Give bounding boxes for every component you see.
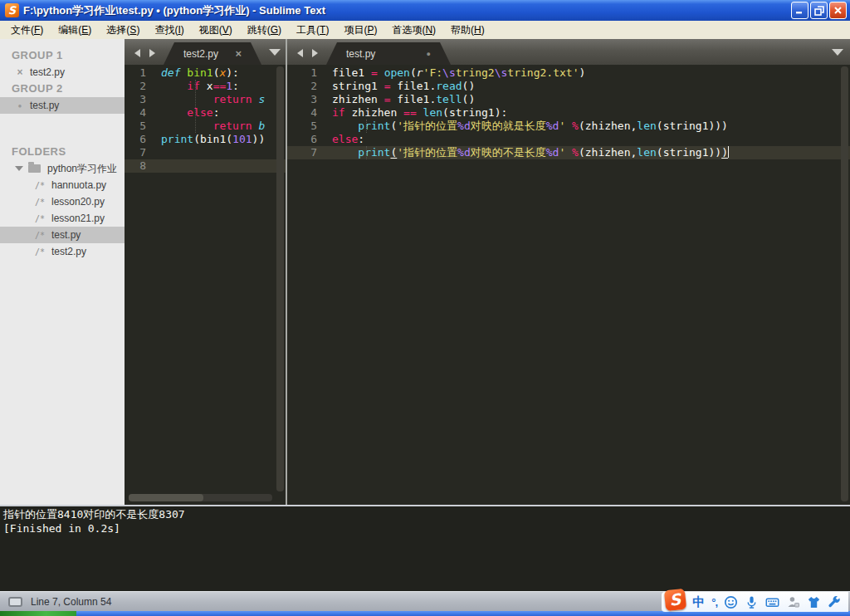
code-line[interactable]: 3zhizhen = file1.tell() [287, 93, 850, 106]
menu-item-n[interactable]: 首选项(N) [384, 21, 443, 40]
tab-list-dropdown-icon[interactable] [832, 49, 843, 56]
sidebar-item-lesson20py[interactable]: /*lesson20.py [0, 193, 125, 210]
tab-testpy[interactable]: test.py ● [326, 42, 451, 65]
sidebar-item-hannuotapy[interactable]: /*hannuota.py [0, 177, 125, 193]
menu-item-p[interactable]: 项目(P) [336, 21, 384, 40]
line-text [154, 159, 161, 173]
sidebar-item-test2py[interactable]: /*test2.py [0, 243, 125, 260]
sidebar-header-group1: GROUP 1 [0, 47, 125, 64]
minimize-button[interactable] [791, 2, 808, 19]
sidebar-item-label: lesson20.py [51, 196, 105, 208]
start-button-sliver[interactable] [0, 611, 76, 616]
vertical-scrollbar[interactable] [276, 66, 284, 491]
menu-item-g[interactable]: 跳转(G) [240, 21, 289, 40]
virtual-keyboard-icon[interactable] [765, 595, 779, 609]
sidebar-item-lesson21py[interactable]: /*lesson21.py [0, 210, 125, 227]
line-text: string1 = file1.read() [325, 80, 475, 93]
line-text: print(bin1(101)) [154, 133, 265, 146]
code-line[interactable]: 1file1 = open(r'F:\string2\string2.txt') [287, 66, 850, 80]
code-line[interactable]: 4 else: [125, 106, 286, 120]
window-title: F:\python学习作业\test.py • (python学习作业) - S… [23, 3, 791, 18]
tab-label: test.py [346, 48, 375, 60]
tab-label: test2.py [183, 48, 218, 60]
menu-item-f[interactable]: 文件(F) [3, 21, 51, 40]
code-line[interactable]: 6else: [287, 133, 850, 146]
menu-item-s[interactable]: 选择(S) [99, 21, 147, 40]
code-line[interactable]: 3 return s [125, 93, 286, 106]
sidebar-item-testpy[interactable]: /*test.py [0, 227, 125, 243]
sidebar-item-label: python学习作业 [47, 162, 117, 176]
line-number: 1 [125, 66, 154, 80]
user-account-icon[interactable] [786, 595, 800, 609]
code-line[interactable]: 7 [125, 146, 286, 159]
tab-prev-icon[interactable] [134, 49, 140, 57]
code-line[interactable]: 5 print('指针的位置%d对映的就是长度%d' %(zhizhen,len… [287, 120, 850, 133]
folder-icon [28, 164, 41, 173]
cursor-position-status[interactable]: Line 7, Column 54 [31, 596, 111, 608]
code-line[interactable]: 2 if x==1: [125, 80, 286, 93]
file-icon: /* [33, 214, 46, 223]
punctuation-mode-icon[interactable]: °, [711, 596, 717, 609]
code-line[interactable]: 6print(bin1(101)) [125, 133, 286, 146]
line-text: def bin1(x): [154, 66, 239, 80]
menu-item-t[interactable]: 工具(T) [289, 21, 336, 40]
sidebar-item-testpy[interactable]: ●test.py [0, 97, 125, 114]
code-line[interactable]: 2string1 = file1.read() [287, 80, 850, 93]
build-output-panel: 指针的位置8410对印的不是长度8307[Finished in 0.2s] [0, 505, 850, 591]
vertical-scrollbar[interactable] [841, 66, 848, 501]
indent-guide [366, 146, 367, 159]
console-output-line: 指针的位置8410对印的不是长度8307 [3, 507, 847, 521]
line-text: return b [154, 120, 265, 133]
menu-item-i[interactable]: 查找(I) [147, 21, 191, 40]
tab-next-icon[interactable] [149, 49, 155, 57]
code-line[interactable]: 1def bin1(x): [125, 66, 286, 80]
code-editor-right[interactable]: 1file1 = open(r'F:\string2\string2.txt')… [287, 65, 850, 505]
sidebar-item-label: test2.py [51, 246, 86, 257]
line-text: if x==1: [154, 80, 239, 93]
titlebar[interactable]: S F:\python学习作业\test.py • (python学习作业) -… [0, 0, 850, 21]
tab-next-icon[interactable] [312, 49, 318, 57]
code-line[interactable]: 4if zhizhen == len(string1): [287, 106, 850, 120]
code-line[interactable]: 5 return b [125, 120, 286, 133]
line-text: print('指针的位置%d对映的不是长度%d' %(zhizhen,len(s… [325, 146, 729, 159]
line-text: else: [325, 133, 364, 146]
tab-close-icon[interactable]: × [235, 47, 242, 60]
chevron-down-icon[interactable] [15, 166, 23, 171]
menu-item-h[interactable]: 帮助(H) [443, 21, 492, 40]
tab-prev-icon[interactable] [297, 49, 303, 57]
sidebar-item-label: test.py [51, 229, 81, 241]
code-line[interactable]: 7 print('指针的位置%d对映的不是长度%d' %(zhizhen,len… [287, 146, 850, 159]
code-line[interactable]: 8 [125, 159, 286, 173]
skin-center-icon[interactable] [807, 595, 821, 609]
line-number: 7 [125, 146, 154, 159]
file-icon: /* [33, 231, 46, 240]
editor-pane-left: test2.py × 1def bin1(x):2 if x==1:3 retu… [125, 39, 286, 505]
voice-input-icon[interactable] [745, 595, 759, 609]
emoji-picker-icon[interactable] [724, 595, 738, 609]
chinese-mode-indicator-icon[interactable]: 中 [692, 594, 705, 610]
restore-button[interactable] [810, 2, 828, 19]
sidebar-item-label: test.py [30, 100, 59, 111]
sublime-logo-icon: S [5, 3, 19, 17]
tab-test2py[interactable]: test2.py × [164, 42, 261, 65]
line-number: 2 [287, 80, 325, 93]
close-button[interactable] [829, 2, 847, 19]
tab-list-dropdown-icon[interactable] [269, 49, 281, 56]
settings-wrench-icon[interactable] [828, 595, 842, 609]
line-number: 8 [125, 159, 154, 173]
menu-item-v[interactable]: 视图(V) [192, 21, 240, 40]
code-editor-left[interactable]: 1def bin1(x):2 if x==1:3 return s4 else:… [125, 65, 286, 505]
horizontal-scrollbar[interactable] [129, 494, 272, 501]
sidebar-item-python学习作业[interactable]: python学习作业 [0, 160, 125, 177]
line-number: 3 [125, 93, 154, 106]
sogou-logo-icon[interactable]: S [664, 589, 686, 611]
line-text: zhizhen = file1.tell() [325, 93, 475, 106]
sidebar-item-label: lesson21.py [51, 213, 105, 224]
menu-item-e[interactable]: 编辑(E) [51, 21, 99, 40]
sidebar-item-label: test2.py [30, 66, 65, 78]
tab-bar-right: test.py ● [287, 39, 850, 65]
file-icon: /* [33, 198, 46, 207]
indent-guide [195, 80, 196, 133]
sidebar-item-label: hannuota.py [51, 179, 106, 191]
sidebar-item-test2py[interactable]: ×test2.py [0, 64, 125, 81]
